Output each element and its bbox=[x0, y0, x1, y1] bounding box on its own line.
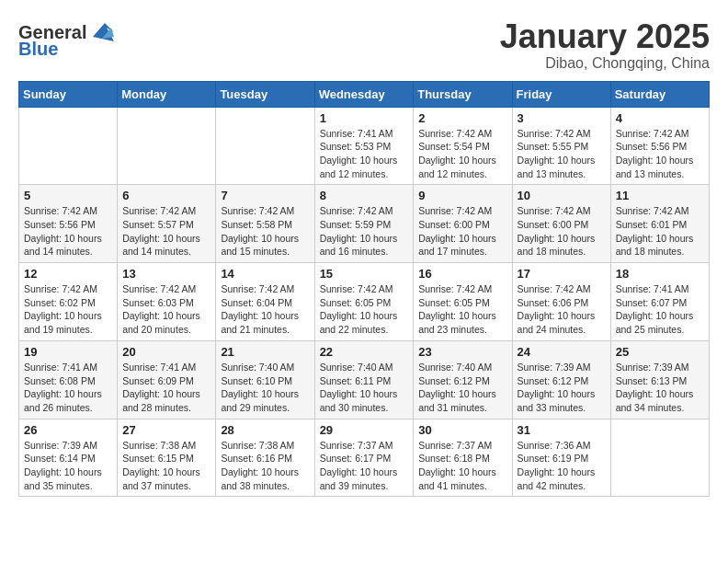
calendar-cell: 26Sunrise: 7:39 AM Sunset: 6:14 PM Dayli… bbox=[19, 419, 118, 497]
day-info: Sunrise: 7:40 AM Sunset: 6:12 PM Dayligh… bbox=[418, 361, 506, 415]
day-info: Sunrise: 7:36 AM Sunset: 6:19 PM Dayligh… bbox=[518, 439, 606, 493]
calendar-cell: 17Sunrise: 7:42 AM Sunset: 6:06 PM Dayli… bbox=[512, 263, 610, 341]
page-header: General Blue January 2025 Dibao, Chongqi… bbox=[18, 18, 710, 72]
day-number: 15 bbox=[320, 267, 409, 281]
day-number: 26 bbox=[24, 423, 112, 437]
calendar-cell: 2Sunrise: 7:42 AM Sunset: 5:54 PM Daylig… bbox=[414, 107, 512, 185]
calendar-cell: 30Sunrise: 7:37 AM Sunset: 6:18 PM Dayli… bbox=[414, 419, 512, 497]
calendar-table: SundayMondayTuesdayWednesdayThursdayFrid… bbox=[18, 81, 710, 498]
calendar-week-row: 12Sunrise: 7:42 AM Sunset: 6:02 PM Dayli… bbox=[19, 263, 710, 341]
day-number: 24 bbox=[518, 345, 606, 359]
calendar-cell: 6Sunrise: 7:42 AM Sunset: 5:57 PM Daylig… bbox=[118, 185, 216, 263]
day-info: Sunrise: 7:42 AM Sunset: 6:03 PM Dayligh… bbox=[122, 282, 210, 337]
day-number: 17 bbox=[518, 267, 606, 281]
calendar-cell: 25Sunrise: 7:39 AM Sunset: 6:13 PM Dayli… bbox=[610, 340, 709, 419]
calendar-cell bbox=[216, 107, 314, 185]
day-number: 4 bbox=[616, 111, 704, 125]
title-block: January 2025 Dibao, Chongqing, China bbox=[500, 18, 710, 72]
weekday-header: Thursday bbox=[414, 81, 512, 107]
calendar-cell: 4Sunrise: 7:42 AM Sunset: 5:56 PM Daylig… bbox=[610, 107, 709, 185]
day-info: Sunrise: 7:42 AM Sunset: 5:58 PM Dayligh… bbox=[221, 204, 309, 259]
day-number: 5 bbox=[24, 189, 112, 202]
day-number: 27 bbox=[122, 423, 210, 437]
day-info: Sunrise: 7:42 AM Sunset: 5:56 PM Dayligh… bbox=[24, 204, 112, 259]
day-info: Sunrise: 7:42 AM Sunset: 6:06 PM Dayligh… bbox=[518, 282, 606, 337]
calendar-cell: 11Sunrise: 7:42 AM Sunset: 6:01 PM Dayli… bbox=[610, 185, 709, 263]
calendar-cell: 8Sunrise: 7:42 AM Sunset: 5:59 PM Daylig… bbox=[314, 185, 414, 263]
day-number: 21 bbox=[221, 345, 309, 359]
calendar-cell bbox=[118, 107, 216, 185]
calendar-cell: 23Sunrise: 7:40 AM Sunset: 6:12 PM Dayli… bbox=[414, 340, 512, 419]
calendar-cell: 27Sunrise: 7:38 AM Sunset: 6:15 PM Dayli… bbox=[118, 419, 216, 497]
day-info: Sunrise: 7:42 AM Sunset: 5:59 PM Dayligh… bbox=[320, 204, 409, 259]
day-number: 30 bbox=[418, 423, 506, 437]
day-number: 14 bbox=[221, 267, 309, 281]
day-info: Sunrise: 7:40 AM Sunset: 6:11 PM Dayligh… bbox=[320, 361, 409, 415]
day-number: 25 bbox=[616, 345, 704, 359]
calendar-subtitle: Dibao, Chongqing, China bbox=[500, 55, 710, 72]
day-number: 10 bbox=[518, 189, 606, 202]
day-info: Sunrise: 7:42 AM Sunset: 6:05 PM Dayligh… bbox=[418, 282, 506, 337]
day-info: Sunrise: 7:42 AM Sunset: 6:00 PM Dayligh… bbox=[518, 204, 606, 259]
day-info: Sunrise: 7:37 AM Sunset: 6:17 PM Dayligh… bbox=[320, 439, 409, 493]
calendar-cell: 1Sunrise: 7:41 AM Sunset: 5:53 PM Daylig… bbox=[314, 107, 414, 185]
calendar-cell: 20Sunrise: 7:41 AM Sunset: 6:09 PM Dayli… bbox=[118, 340, 216, 419]
day-number: 7 bbox=[221, 189, 309, 202]
day-info: Sunrise: 7:42 AM Sunset: 6:05 PM Dayligh… bbox=[320, 282, 409, 337]
weekday-header-row: SundayMondayTuesdayWednesdayThursdayFrid… bbox=[19, 81, 710, 107]
weekday-header: Wednesday bbox=[314, 81, 414, 107]
calendar-week-row: 19Sunrise: 7:41 AM Sunset: 6:08 PM Dayli… bbox=[19, 340, 710, 419]
day-number: 29 bbox=[320, 423, 409, 437]
day-info: Sunrise: 7:41 AM Sunset: 6:07 PM Dayligh… bbox=[616, 282, 704, 337]
day-number: 16 bbox=[418, 267, 506, 281]
day-number: 12 bbox=[24, 267, 112, 281]
day-info: Sunrise: 7:40 AM Sunset: 6:10 PM Dayligh… bbox=[221, 361, 309, 415]
day-number: 28 bbox=[221, 423, 309, 437]
calendar-cell: 5Sunrise: 7:42 AM Sunset: 5:56 PM Daylig… bbox=[19, 185, 118, 263]
calendar-week-row: 1Sunrise: 7:41 AM Sunset: 5:53 PM Daylig… bbox=[19, 107, 710, 185]
day-info: Sunrise: 7:42 AM Sunset: 5:56 PM Dayligh… bbox=[616, 127, 704, 181]
day-info: Sunrise: 7:38 AM Sunset: 6:16 PM Dayligh… bbox=[221, 439, 309, 493]
day-info: Sunrise: 7:41 AM Sunset: 5:53 PM Dayligh… bbox=[320, 127, 409, 181]
calendar-cell: 3Sunrise: 7:42 AM Sunset: 5:55 PM Daylig… bbox=[512, 107, 610, 185]
logo: General Blue bbox=[18, 18, 116, 60]
weekday-header: Sunday bbox=[19, 81, 118, 107]
calendar-week-row: 26Sunrise: 7:39 AM Sunset: 6:14 PM Dayli… bbox=[19, 419, 710, 497]
calendar-cell: 10Sunrise: 7:42 AM Sunset: 6:00 PM Dayli… bbox=[512, 185, 610, 263]
calendar-week-row: 5Sunrise: 7:42 AM Sunset: 5:56 PM Daylig… bbox=[19, 185, 710, 263]
day-number: 11 bbox=[616, 189, 704, 202]
calendar-cell: 22Sunrise: 7:40 AM Sunset: 6:11 PM Dayli… bbox=[314, 340, 414, 419]
calendar-cell: 16Sunrise: 7:42 AM Sunset: 6:05 PM Dayli… bbox=[414, 263, 512, 341]
day-number: 2 bbox=[418, 111, 506, 125]
calendar-cell: 28Sunrise: 7:38 AM Sunset: 6:16 PM Dayli… bbox=[216, 419, 314, 497]
day-number: 22 bbox=[320, 345, 409, 359]
calendar-cell: 31Sunrise: 7:36 AM Sunset: 6:19 PM Dayli… bbox=[512, 419, 610, 497]
logo-icon bbox=[88, 18, 116, 46]
calendar-cell: 13Sunrise: 7:42 AM Sunset: 6:03 PM Dayli… bbox=[118, 263, 216, 341]
day-number: 31 bbox=[518, 423, 606, 437]
day-number: 19 bbox=[24, 345, 112, 359]
day-number: 1 bbox=[320, 111, 409, 125]
day-number: 6 bbox=[122, 189, 210, 202]
weekday-header: Friday bbox=[512, 81, 610, 107]
calendar-title: January 2025 bbox=[500, 18, 710, 55]
day-info: Sunrise: 7:37 AM Sunset: 6:18 PM Dayligh… bbox=[418, 439, 506, 493]
weekday-header: Saturday bbox=[610, 81, 709, 107]
calendar-cell: 15Sunrise: 7:42 AM Sunset: 6:05 PM Dayli… bbox=[314, 263, 414, 341]
day-number: 3 bbox=[518, 111, 606, 125]
calendar-cell bbox=[19, 107, 118, 185]
calendar-cell: 12Sunrise: 7:42 AM Sunset: 6:02 PM Dayli… bbox=[19, 263, 118, 341]
day-info: Sunrise: 7:39 AM Sunset: 6:13 PM Dayligh… bbox=[616, 361, 704, 415]
day-info: Sunrise: 7:42 AM Sunset: 6:00 PM Dayligh… bbox=[418, 204, 506, 259]
day-info: Sunrise: 7:42 AM Sunset: 6:01 PM Dayligh… bbox=[616, 204, 704, 259]
day-number: 18 bbox=[616, 267, 704, 281]
calendar-cell bbox=[610, 419, 709, 497]
day-number: 20 bbox=[122, 345, 210, 359]
calendar-cell: 9Sunrise: 7:42 AM Sunset: 6:00 PM Daylig… bbox=[414, 185, 512, 263]
day-info: Sunrise: 7:41 AM Sunset: 6:08 PM Dayligh… bbox=[24, 361, 112, 415]
day-number: 8 bbox=[320, 189, 409, 202]
calendar-cell: 21Sunrise: 7:40 AM Sunset: 6:10 PM Dayli… bbox=[216, 340, 314, 419]
calendar-cell: 24Sunrise: 7:39 AM Sunset: 6:12 PM Dayli… bbox=[512, 340, 610, 419]
weekday-header: Monday bbox=[118, 81, 216, 107]
day-info: Sunrise: 7:39 AM Sunset: 6:14 PM Dayligh… bbox=[24, 439, 112, 493]
